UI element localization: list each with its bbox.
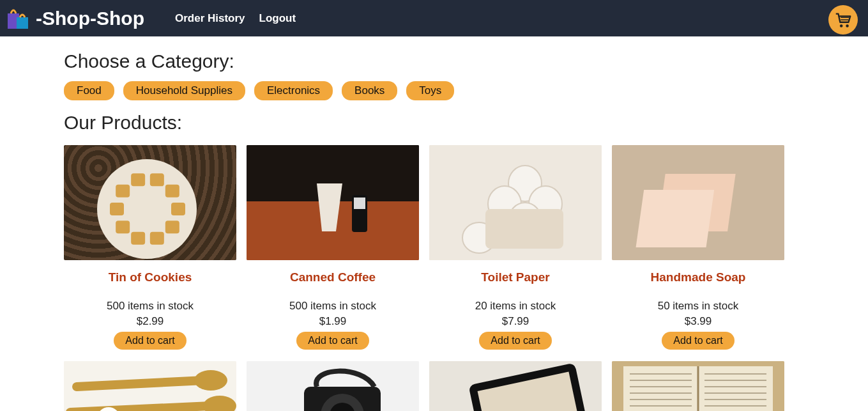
svg-point-3 [846,24,849,27]
product-image[interactable] [247,145,419,260]
product-stock: 50 items in stock [612,300,784,313]
svg-rect-10 [110,203,124,215]
product-price: $1.99 [247,315,419,328]
svg-rect-11 [116,185,130,198]
category-household-supplies[interactable]: Household Supplies [123,81,245,100]
product-image[interactable] [612,145,784,260]
svg-rect-14 [165,185,179,198]
svg-rect-19 [354,198,365,209]
svg-point-2 [840,24,843,27]
product-name-link[interactable]: Toilet Paper [429,270,602,284]
product-card: Toilet Paper20 items in stock$7.99Add to… [429,145,602,350]
app-header: -Shop-Shop Order History Logout [0,0,868,36]
nav-order-history[interactable]: Order History [175,12,245,25]
add-to-cart-button[interactable]: Add to cart [114,332,186,350]
product-name-link[interactable]: Canned Coffee [247,270,419,284]
product-grid: Tin of Cookies500 items in stock$2.99Add… [64,145,798,411]
product-card: Handmade Soap50 items in stock$3.99Add t… [612,145,784,350]
product-image[interactable] [429,145,602,260]
svg-line-31 [77,380,204,387]
product-stock: 500 items in stock [247,300,419,313]
svg-rect-12 [131,173,145,186]
product-price: $3.99 [612,315,784,328]
add-to-cart-button[interactable]: Add to cart [662,332,734,350]
product-price: $2.99 [64,315,236,328]
category-row: FoodHousehold SuppliesElectronicsBooksTo… [64,81,798,100]
category-books[interactable]: Books [342,81,397,100]
svg-rect-26 [485,209,563,249]
category-toys[interactable]: Toys [406,81,454,100]
product-price: $7.99 [429,315,602,328]
main-content: Choose a Category: FoodHousehold Supplie… [0,36,798,411]
product-card [247,361,419,411]
product-image[interactable] [612,361,784,411]
nav-logout[interactable]: Logout [259,12,296,25]
svg-rect-9 [116,221,130,233]
add-to-cart-button[interactable]: Add to cart [479,332,551,350]
svg-rect-29 [636,190,715,247]
nav-links: Order History Logout [175,12,296,25]
product-stock: 20 items in stock [429,300,602,313]
svg-point-34 [194,370,227,391]
add-to-cart-button[interactable]: Add to cart [296,332,369,350]
cart-button[interactable] [828,5,858,35]
product-card: Tin of Cookies500 items in stock$2.99Add… [64,145,236,350]
shopping-bags-icon [5,4,33,33]
product-card [429,361,602,411]
category-electronics[interactable]: Electronics [254,81,333,100]
product-card [612,361,784,411]
product-name-link[interactable]: Tin of Cookies [64,270,236,284]
svg-rect-7 [150,232,164,245]
product-name-link[interactable]: Handmade Soap [612,270,784,284]
product-card [64,361,236,411]
category-food[interactable]: Food [64,81,114,100]
product-image[interactable] [64,361,236,411]
cart-icon [834,10,853,29]
svg-rect-13 [150,173,164,186]
products-heading: Our Products: [64,112,798,134]
brand-link[interactable]: -Shop-Shop [36,8,144,29]
product-image[interactable] [64,145,236,260]
svg-rect-5 [171,203,185,215]
product-image[interactable] [429,361,602,411]
product-image[interactable] [247,361,419,411]
svg-rect-8 [131,232,145,245]
svg-rect-6 [165,221,179,233]
svg-rect-1 [17,17,28,29]
category-heading: Choose a Category: [64,50,798,72]
product-stock: 500 items in stock [64,300,236,313]
logo-block: -Shop-Shop [5,4,144,33]
product-card: Canned Coffee500 items in stock$1.99Add … [247,145,419,350]
